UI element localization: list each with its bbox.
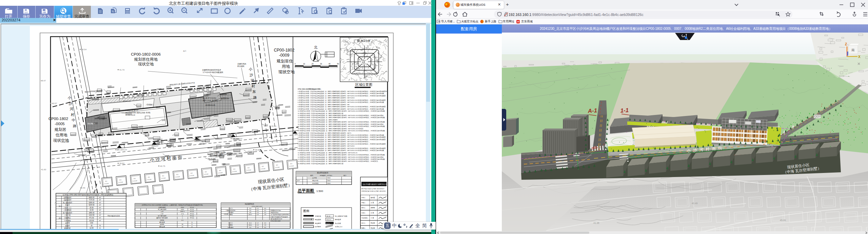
svg-text:平方米: 平方米	[190, 217, 194, 219]
svg-text:8008地块: 8008地块	[312, 182, 319, 184]
svg-text:东: 东	[252, 90, 256, 94]
svg-text:5280.00: 5280.00	[89, 202, 95, 203]
svg-text:6.3: 6.3	[257, 210, 259, 211]
svg-text:7#化粪池: 7#化粪池	[228, 212, 233, 213]
svg-text:h=13.6m/5.85m (最高点高程: 50.95): h=13.6m/5.85m (最高点高程: 50.95)	[125, 112, 151, 114]
svg-text:50: 50	[337, 63, 339, 65]
svg-text:水3: 水3	[290, 163, 292, 165]
svg-text:平时功能为汽车库: 平时功能为汽车库	[107, 215, 120, 217]
svg-text:CP00-1802-0006: CP00-1802-0006	[131, 52, 161, 56]
svg-text:1.7×12×20.4的空间配退线: 1.7×12×20.4的空间配退线	[203, 71, 223, 74]
svg-text:共和国林乙级工程设计证书编号:A1100906: 共和国林乙级工程设计证书编号:A1100906	[361, 190, 386, 192]
svg-text:7#大门: 7#大门	[229, 208, 233, 209]
svg-text:39.65: 39.65	[63, 141, 69, 143]
svg-text:H=12.m: H=12.m	[327, 219, 331, 220]
svg-text:6.5: 6.5	[181, 219, 183, 221]
svg-text:项目位置: 项目位置	[361, 40, 370, 42]
svg-text:地上建筑面积: 地上建筑面积	[157, 209, 166, 210]
svg-text:m²: m²	[99, 212, 101, 214]
svg-text:人防警报室: 人防警报室	[64, 209, 72, 211]
svg-text:地下建筑面积: 地下建筑面积	[157, 215, 166, 217]
svg-text:5.0: 5.0	[249, 227, 251, 228]
svg-text:住用地: 住用地	[55, 133, 67, 137]
svg-text:8#围墙: 8#围墙	[229, 224, 233, 226]
svg-text:复审人: 复审人	[361, 207, 366, 209]
svg-text:北侧8006s地块30米技术: 北侧8006s地块30米技术	[202, 69, 221, 71]
svg-text:北: 北	[314, 45, 318, 49]
svg-text:标退线3m: 标退线3m	[221, 97, 230, 100]
svg-text:人防疏散口: 人防疏散口	[146, 103, 154, 106]
svg-text:墙为实墙加铁艺栏杆: 墙为实墙加铁艺栏杆	[270, 218, 282, 220]
svg-text:300.2: 300.2	[249, 214, 252, 215]
svg-text:1.2: 1.2	[257, 222, 259, 224]
svg-text:平方米: 平方米	[190, 213, 194, 215]
svg-text:CP00-1802-0008: CP00-1802-0008	[271, 220, 280, 222]
svg-text:现状空地: 现状空地	[138, 62, 154, 66]
svg-text:水3: 水3	[233, 169, 235, 170]
svg-text:路: 路	[73, 124, 77, 128]
svg-text:图例: 图例	[303, 209, 309, 213]
svg-text:1890.00: 1890.00	[89, 212, 95, 214]
svg-text:小: 小	[249, 67, 253, 71]
svg-text:3F/-1F: 3F/-1F	[327, 216, 331, 217]
svg-text:8#化粪池: 8#化粪池	[228, 227, 233, 228]
svg-text:水3: 水3	[191, 173, 193, 174]
svg-text:知: 知	[112, 10, 114, 13]
svg-text:规划建筑: 规划建筑	[315, 222, 321, 224]
svg-text:权业退线: 权业退线	[216, 154, 223, 156]
svg-text:CP00-1802-0007: CP00-1802-0007	[252, 206, 263, 207]
svg-text:经济建筑: 经济建筑	[315, 226, 321, 228]
svg-text:%: %	[191, 221, 193, 223]
svg-text:建筑密度: 建筑密度	[159, 221, 165, 223]
svg-text:水3: 水3	[205, 171, 207, 173]
svg-text:-0005: -0005	[55, 122, 64, 126]
svg-text:周晓琳: 周晓琳	[371, 207, 375, 209]
svg-text:高工: 高工	[183, 50, 186, 52]
svg-text:河: 河	[70, 107, 74, 111]
svg-text:车库出入口: 车库出入口	[335, 226, 342, 228]
svg-text:水3: 水3	[162, 175, 164, 177]
svg-text:7#围墙透空栏杆: 7#围墙透空栏杆	[226, 210, 235, 211]
svg-text:10: 10	[303, 63, 305, 65]
svg-text:48.47: 48.47	[41, 80, 46, 82]
svg-text:5244.50: 5244.50	[89, 204, 95, 206]
svg-text:A-1: A-1	[587, 107, 597, 114]
svg-text:X: X	[858, 55, 861, 59]
svg-text:的做法并边线采冶浑绿红线,围: 的做法并边线采冶浑绿红线,围	[271, 216, 288, 218]
svg-text:建筑甲级工程设计证书编号:A111081417: 建筑甲级工程设计证书编号:A111081417	[361, 188, 384, 190]
svg-text:3.5: 3.5	[264, 227, 266, 228]
svg-text:小学: 小学	[161, 211, 164, 212]
svg-text:4.0: 4.0	[264, 222, 266, 224]
svg-text:1.8: 1.8	[264, 214, 266, 215]
svg-text:41.35: 41.35	[593, 222, 599, 224]
svg-text:39.88: 39.88	[210, 158, 216, 160]
svg-text:河: 河	[251, 78, 254, 82]
svg-text:权业退线: 权业退线	[237, 65, 244, 67]
svg-text:总建筑面积: 总建筑面积	[64, 199, 72, 201]
svg-text:9.6: 9.6	[249, 210, 251, 211]
svg-text:王 营: 王 营	[371, 212, 374, 214]
svg-text:m²: m²	[99, 217, 101, 219]
svg-text:40.75: 40.75	[160, 165, 165, 167]
svg-text:1.6: 1.6	[257, 227, 259, 228]
svg-text:12: 12	[182, 226, 183, 228]
svg-text:3382.4: 3382.4	[180, 211, 185, 212]
svg-text:车库通道: 车库通道	[64, 219, 71, 221]
svg-text:40.49: 40.49	[692, 202, 698, 204]
svg-text:CP00-1802: CP00-1802	[48, 117, 68, 121]
svg-text:总建筑面积: 总建筑面积	[158, 207, 166, 208]
svg-text:40.49: 40.49	[80, 187, 85, 189]
svg-text:1314.50: 1314.50	[89, 214, 95, 216]
svg-text:40.57: 40.57	[52, 102, 57, 104]
svg-text:5800: 5800	[327, 180, 331, 181]
svg-text:水3: 水3	[276, 164, 278, 166]
svg-text:建筑高度: 建筑高度	[159, 226, 165, 228]
svg-text:北侧红线的: 北侧红线的	[237, 63, 246, 65]
svg-text:其中: 其中	[59, 217, 62, 219]
svg-text:绿地率: 绿地率	[160, 223, 164, 225]
svg-text:1-1: 1-1	[620, 107, 629, 114]
svg-text:30: 30	[182, 223, 183, 225]
svg-text:30: 30	[91, 225, 93, 227]
svg-text:40: 40	[329, 63, 331, 65]
svg-text:30: 30	[320, 63, 322, 65]
